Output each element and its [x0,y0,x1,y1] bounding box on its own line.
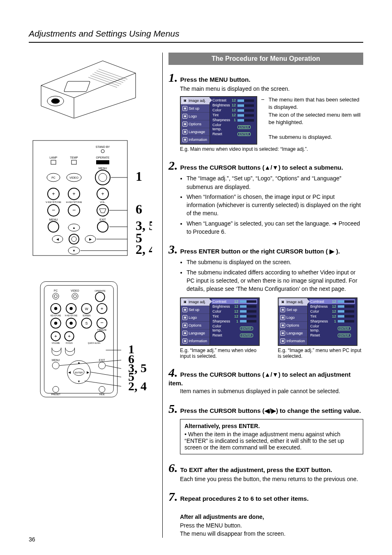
svg-text:+: + [54,334,57,339]
svg-text:W: W [85,307,88,311]
svg-text:STAND BY: STAND BY [96,145,110,148]
svg-text:−: − [100,320,104,326]
svg-text:+: + [101,306,104,311]
svg-text:▲: ▲ [77,361,80,364]
page-number: 36 [29,536,35,543]
svg-text:+: + [52,191,55,197]
svg-text:▼: ▼ [77,380,80,383]
step-7: 7.Repeat procedures 2 to 6 to set other … [168,490,363,504]
remote-diagram: PC VIDEO OPERATE W + KEYSTONE H-KEYSTONE… [29,278,156,403]
svg-marker-0 [41,61,136,118]
svg-point-78 [54,307,58,310]
svg-point-89 [54,322,58,325]
after-title: After all adjustments are done, [180,514,363,520]
step-3: 3.Press ENTER button or the right CURSOR… [168,242,363,359]
svg-point-91 [69,322,73,325]
svg-text:S: S [85,321,88,325]
svg-text:6: 6 [136,202,142,216]
control-panel-diagram: STAND BY LAMP TEMP OPERATE MENU PC VIDEO… [29,136,156,261]
step-6: 6.To EXIT after the adjustment, press th… [168,461,363,483]
svg-rect-13 [33,140,127,256]
svg-text:PC: PC [51,176,55,179]
svg-text:+: + [101,191,104,197]
svg-text:SCREEN: SCREEN [83,315,90,317]
section-title: The Procedure for Menu Operation [168,53,363,65]
osd-pc-menu: ▣Image adj.▣Set up▣Logo▣Options▣Language… [278,297,357,346]
svg-text:HIDE: HIDE [99,393,105,396]
step-4: 4.Press the CURSOR buttons (▲/▼) to sele… [168,366,363,395]
svg-text:VOL.: VOL. [100,201,106,203]
svg-text:EXIT: EXIT [99,359,105,362]
svg-text:LAMP: LAMP [49,156,57,159]
svg-text:H-KEYSTONE: H-KEYSTONE [66,201,82,203]
svg-text:VIDEO: VIDEO [71,289,79,292]
svg-text:◀: ◀ [56,237,59,241]
svg-text:FOCUS: FOCUS [66,342,72,344]
svg-text:2, 4: 2, 4 [128,379,147,393]
svg-text:▶: ▶ [87,371,90,374]
svg-text:TEMP: TEMP [70,156,78,159]
svg-text:▼: ▼ [72,249,76,253]
svg-text:▲: ▲ [72,226,76,230]
svg-text:QUICK ALIGN.: QUICK ALIGN. [88,342,101,344]
svg-text:▶: ▶ [89,237,92,241]
svg-rect-21 [96,160,109,164]
svg-text:OPERATE: OPERATE [96,156,110,159]
svg-point-80 [69,307,73,310]
svg-text:PC: PC [54,289,58,292]
svg-text:MENU: MENU [52,359,60,362]
svg-text:−: − [72,207,76,213]
svg-text:ENTER: ENTER [75,371,83,374]
svg-point-5 [51,99,60,104]
projector-illustration [29,53,156,120]
osd-main-menu: ▣Image adj.▣Set up▣Logo▣Options▣Language… [180,96,257,145]
svg-text:V-KEYSTONE: V-KEYSTONE [46,201,61,203]
svg-text:EXIT: EXIT [99,218,106,221]
svg-text:1: 1 [136,169,142,184]
osd-video-menu: ▣Image adj.▣Set up▣Logo▣Options▣Language… [180,297,260,346]
svg-text:FREEZE: FREEZE [97,329,106,331]
after-body: Press the MENU button. The menu will dis… [180,522,363,538]
svg-text:−: − [52,207,55,213]
svg-text:+: + [68,334,71,339]
svg-text:◀: ◀ [68,371,71,374]
step-5: 5.Press the CURSOR buttons (◀/▶) to chan… [168,402,363,454]
svg-text:2, 4: 2, 4 [136,242,152,257]
svg-text:VOLUME: VOLUME [52,342,60,344]
page-title: Adjustments and Settings Using Menus [29,29,363,39]
svg-text:MENU: MENU [99,167,107,170]
step-1: 1.Press the MENU button. The main menu i… [168,71,363,152]
svg-text:H-KEYSTONE: H-KEYSTONE [65,315,77,317]
svg-text:+: + [72,191,75,197]
svg-text:OPERATE: OPERATE [95,290,106,292]
svg-text:KEYSTONE: KEYSTONE [51,315,61,317]
header-rule [29,42,363,43]
svg-text:VIDEO: VIDEO [69,176,78,179]
svg-text:PRESET: PRESET [51,393,60,396]
svg-text:MENU: MENU [49,218,58,221]
step-2: 2.Press the CURSOR buttons (▲/▼) to sele… [168,159,363,236]
